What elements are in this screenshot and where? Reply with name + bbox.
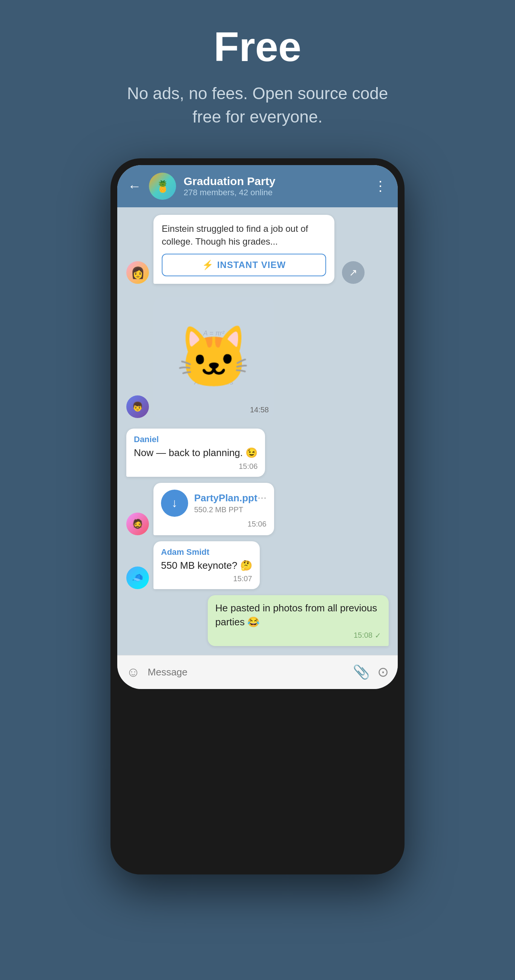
avatar-image: 🧢 <box>132 573 143 583</box>
table-row: He pasted in photos from all previous pa… <box>126 595 389 646</box>
instant-view-label: INSTANT VIEW <box>217 260 286 270</box>
message-input-bar: ☺ 📎 ⊙ <box>117 655 398 689</box>
text-bubble: Daniel Now — back to planning. 😉 15:06 <box>126 429 265 476</box>
read-receipt-icon: ✓ <box>375 631 381 640</box>
table-row: 🧔 ↓ PartyPlan.ppt ⋯ 550.2 MB PPT <box>126 483 389 535</box>
file-name: PartyPlan.ppt <box>194 492 257 504</box>
chat-menu-button[interactable]: ⋮ <box>374 178 387 194</box>
message-sender: Adam Smidt <box>161 547 252 557</box>
group-avatar: 🍍 <box>149 173 176 200</box>
avatar: 🧔 <box>126 512 149 535</box>
instant-view-icon: ⚡ <box>202 260 214 270</box>
chat-header: ← 🍍 Graduation Party 278 members, 42 onl… <box>117 165 398 207</box>
download-icon: ↓ <box>172 496 178 510</box>
download-button[interactable]: ↓ <box>161 490 188 517</box>
avatar-image: 👦 <box>132 401 143 412</box>
message-meta: 15:06 <box>134 462 257 471</box>
message-text: He pasted in photos from all previous pa… <box>215 601 381 629</box>
message-meta: 15:08 ✓ <box>215 631 381 640</box>
cat-sticker: 🐱 <box>176 322 252 393</box>
file-header: PartyPlan.ppt ⋯ <box>194 492 266 504</box>
table-row: 🧢 Adam Smidt 550 MB keynote? 🤔 15:07 <box>126 541 389 589</box>
avatar-image: 👩 <box>131 266 145 279</box>
message-text: Now — back to planning. 😉 <box>134 446 257 460</box>
sticker-image: A = πr²V = l³P = 2πrs = √(r²+h²)A = πr² … <box>153 298 274 418</box>
article-text: Einstein struggled to find a job out of … <box>162 223 326 248</box>
sticker-time: 14:58 <box>250 406 269 414</box>
instant-view-button[interactable]: ⚡ INSTANT VIEW <box>162 254 326 276</box>
message-text: 550 MB keynote? 🤔 <box>161 558 252 572</box>
back-button[interactable]: ← <box>128 178 141 194</box>
file-info: PartyPlan.ppt ⋯ 550.2 MB PPT <box>194 492 266 514</box>
attach-button[interactable]: 📎 <box>353 664 370 680</box>
message-time: 15:08 <box>354 631 373 640</box>
message-input[interactable] <box>148 667 345 678</box>
file-meta: 15:06 <box>161 520 266 528</box>
file-row: ↓ PartyPlan.ppt ⋯ 550.2 MB PPT <box>161 490 266 517</box>
chat-body: 👩 Einstein struggled to find a job out o… <box>117 207 398 655</box>
message-meta: 15:07 <box>161 574 252 583</box>
table-row: Daniel Now — back to planning. 😉 15:06 <box>126 429 389 476</box>
phone-screen: ← 🍍 Graduation Party 278 members, 42 onl… <box>117 165 398 689</box>
file-message-bubble: ↓ PartyPlan.ppt ⋯ 550.2 MB PPT 15:06 <box>153 483 274 535</box>
avatar: 👦 <box>126 395 149 418</box>
avatar: 👩 <box>126 261 149 284</box>
share-button[interactable]: ↗ <box>342 261 365 284</box>
sticker-message: 👦 A = πr²V = l³P = 2πrs = √(r²+h²)A = πr… <box>126 298 389 418</box>
avatar: 🧢 <box>126 566 149 589</box>
group-status: 278 members, 42 online <box>183 188 366 197</box>
hero-subtitle: No ads, no fees. Open source code free f… <box>126 82 389 128</box>
text-bubble: Adam Smidt 550 MB keynote? 🤔 15:07 <box>153 541 260 589</box>
share-icon: ↗ <box>349 267 357 278</box>
message-time: 15:06 <box>239 462 257 471</box>
article-bubble: Einstein struggled to find a job out of … <box>153 215 335 284</box>
outgoing-bubble: He pasted in photos from all previous pa… <box>208 595 389 646</box>
avatar-image: 🧔 <box>132 519 143 529</box>
message-time: 15:06 <box>248 520 266 528</box>
phone-mockup: ← 🍍 Graduation Party 278 members, 42 onl… <box>110 158 405 875</box>
sticker-background: A = πr²V = l³P = 2πrs = √(r²+h²)A = πr² … <box>153 298 274 418</box>
message-sender: Daniel <box>134 434 257 444</box>
file-options-button[interactable]: ⋯ <box>257 493 266 503</box>
file-size: 550.2 MB PPT <box>194 506 266 514</box>
emoji-button[interactable]: ☺ <box>126 664 140 680</box>
article-bubble-group: Einstein struggled to find a job out of … <box>153 215 335 284</box>
camera-button[interactable]: ⊙ <box>377 664 389 680</box>
message-time: 15:07 <box>233 574 252 583</box>
group-name: Graduation Party <box>183 175 366 188</box>
article-message: 👩 Einstein struggled to find a job out o… <box>126 215 389 284</box>
hero-title: Free <box>214 22 301 70</box>
chat-header-info: Graduation Party 278 members, 42 online <box>183 175 366 197</box>
